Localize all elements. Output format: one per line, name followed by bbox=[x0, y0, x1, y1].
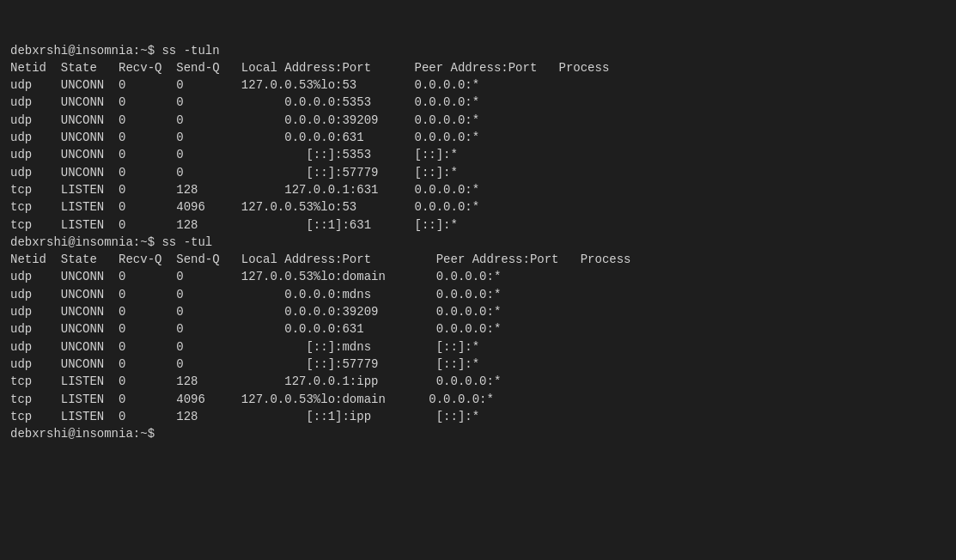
terminal-window[interactable]: debxrshi@insomnia:~$ ss -tuln Netid Stat… bbox=[0, 0, 956, 560]
terminal-output: debxrshi@insomnia:~$ ss -tuln Netid Stat… bbox=[10, 42, 946, 443]
